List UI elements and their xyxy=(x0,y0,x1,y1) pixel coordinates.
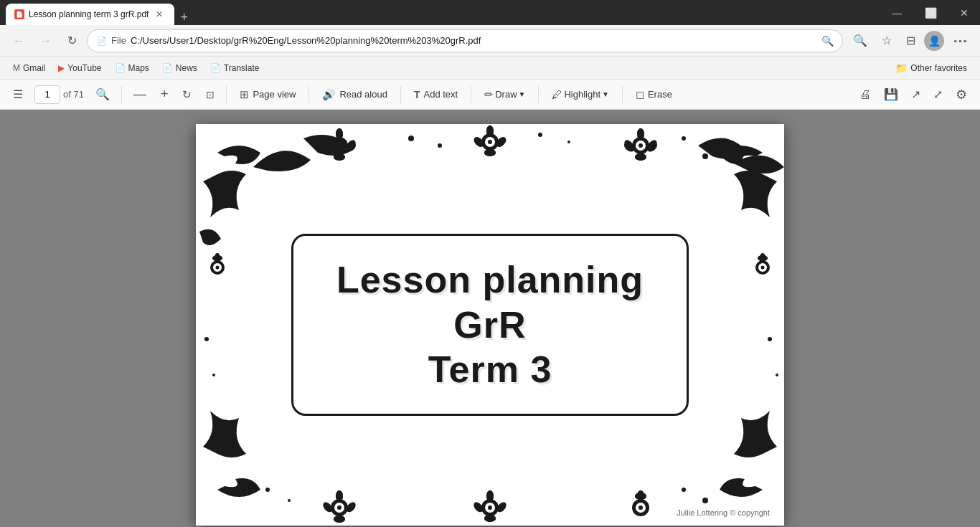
bookmarks-bar: M Gmail ▶ YouTube 📄 Maps 📄 News 📄 Transl… xyxy=(0,57,980,80)
folder-icon: 📁 xyxy=(895,62,908,74)
other-favorites-label: Other favorites xyxy=(910,63,967,73)
bookmark-gmail[interactable]: M Gmail xyxy=(7,60,51,76)
lesson-title-line1: Lesson planning xyxy=(336,257,644,302)
read-aloud-icon: 🔊 xyxy=(322,88,336,101)
rotate-button[interactable]: ↻ xyxy=(176,84,197,105)
more-button[interactable]: ⋯ xyxy=(947,28,973,54)
translate-icon: 📄 xyxy=(210,63,221,73)
page-total-label: of 71 xyxy=(63,89,84,100)
tab-title: Lesson planning term 3 grR.pdf xyxy=(29,9,149,19)
divider-2 xyxy=(226,86,227,103)
zoom-in-button[interactable]: + xyxy=(155,82,174,106)
refresh-button[interactable]: ↻ xyxy=(62,29,83,52)
svg-point-2 xyxy=(488,140,492,144)
draw-button[interactable]: ✏ Draw ▼ xyxy=(477,85,532,105)
youtube-icon: ▶ xyxy=(58,63,65,73)
highlight-button[interactable]: 🖊 Highlight ▼ xyxy=(545,85,616,104)
svg-point-10 xyxy=(486,125,494,137)
svg-point-87 xyxy=(702,498,708,503)
svg-point-78 xyxy=(682,136,686,141)
read-aloud-label: Read aloud xyxy=(339,89,387,100)
collections-button[interactable]: ⊟ xyxy=(900,29,921,52)
maps-icon: 📄 xyxy=(115,63,126,73)
page-view-button[interactable]: ⊞ Page view xyxy=(232,85,303,105)
save-button[interactable]: 💾 xyxy=(878,83,904,105)
bookmark-maps[interactable]: 📄 Maps xyxy=(109,60,155,76)
print-button[interactable]: 🖨 xyxy=(854,84,877,105)
close-button[interactable]: ✕ xyxy=(954,4,974,22)
tab-favicon: 📄 xyxy=(14,9,24,19)
back-button[interactable]: ← xyxy=(7,30,30,52)
expand-button[interactable]: ⤢ xyxy=(928,83,948,105)
svg-point-74 xyxy=(408,136,414,141)
sidebar-toggle-button[interactable]: ☰ xyxy=(7,83,29,105)
divider-1 xyxy=(121,86,122,103)
draw-icon: ✏ xyxy=(484,88,494,101)
maximize-button[interactable]: ⬜ xyxy=(919,4,943,22)
favorites-button[interactable]: ☆ xyxy=(876,29,897,52)
read-aloud-button[interactable]: 🔊 Read aloud xyxy=(315,85,395,105)
svg-point-62 xyxy=(635,493,646,500)
gmail-icon: M xyxy=(13,63,20,73)
bookmark-youtube-label: YouTube xyxy=(67,63,101,73)
svg-point-39 xyxy=(212,255,222,261)
svg-point-65 xyxy=(488,505,492,510)
bookmarks-right: 📁 Other favorites xyxy=(890,60,973,77)
bookmark-gmail-label: Gmail xyxy=(23,63,45,73)
pdf-search-button[interactable]: 🔍 xyxy=(90,83,116,105)
svg-point-29 xyxy=(635,153,646,161)
file-label: File xyxy=(111,35,126,46)
title-bar-left: 📄 Lesson planning term 3 grR.pdf ✕ + xyxy=(6,0,886,25)
erase-button[interactable]: ◻ Erase xyxy=(628,85,679,105)
profile-button[interactable]: 👤 xyxy=(924,31,944,51)
svg-point-58 xyxy=(639,505,643,510)
highlight-icon: 🖊 xyxy=(552,88,562,100)
tab-close-button[interactable]: ✕ xyxy=(153,8,166,21)
copyright-text: Jullie Lottering © copyright xyxy=(677,508,770,517)
page-view-icon: ⊞ xyxy=(240,88,249,101)
add-text-label: Add text xyxy=(423,89,458,100)
address-bar[interactable]: 📄 File C:/Users/User1/Desktop/grR%20Eng/… xyxy=(87,29,843,52)
search-button[interactable]: 🔍 xyxy=(847,29,873,52)
svg-point-35 xyxy=(216,266,220,270)
minimize-button[interactable]: — xyxy=(886,4,908,22)
highlight-arrow-icon: ▼ xyxy=(602,90,609,98)
pdf-settings-button[interactable]: ⚙ xyxy=(950,82,973,107)
pdf-toolbar: ☰ of 71 🔍 — + ↻ ⊡ ⊞ Page view 🔊 Read alo… xyxy=(0,80,980,110)
bookmark-youtube[interactable]: ▶ YouTube xyxy=(52,60,107,76)
news-icon: 📄 xyxy=(162,63,173,73)
other-favorites-button[interactable]: 📁 Other favorites xyxy=(890,60,973,77)
bookmark-maps-label: Maps xyxy=(128,63,149,73)
divider-6 xyxy=(538,86,539,103)
divider-3 xyxy=(308,86,309,103)
main-content: Lesson planning GrR Term 3 Jullie Lotter… xyxy=(0,110,980,527)
add-text-icon: T xyxy=(414,89,420,100)
page-number-input[interactable] xyxy=(34,85,60,104)
svg-point-83 xyxy=(776,374,778,376)
lesson-title-line3: Term 3 xyxy=(336,347,644,391)
svg-point-75 xyxy=(438,143,442,148)
title-bar-controls: — ⬜ ✕ xyxy=(886,4,974,22)
tab-strip: 📄 Lesson planning term 3 grR.pdf ✕ + xyxy=(6,0,194,25)
pdf-misc-buttons: 🖨 💾 ↗ ⤢ ⚙ xyxy=(854,82,973,107)
add-text-button[interactable]: T Add text xyxy=(407,85,465,104)
active-tab[interactable]: 📄 Lesson planning term 3 grR.pdf ✕ xyxy=(6,4,174,25)
svg-point-76 xyxy=(538,133,542,137)
svg-point-54 xyxy=(334,516,345,523)
forward-button[interactable]: → xyxy=(34,30,57,52)
svg-point-7 xyxy=(484,149,496,156)
draw-arrow-icon: ▼ xyxy=(519,90,526,98)
bookmark-news[interactable]: 📄 News xyxy=(156,60,203,76)
zoom-out-button[interactable]: — xyxy=(128,82,152,106)
share-button[interactable]: ↗ xyxy=(905,83,926,105)
new-tab-button[interactable]: + xyxy=(174,10,194,25)
svg-point-85 xyxy=(288,499,291,502)
bookmark-translate-label: Translate xyxy=(224,63,260,73)
erase-label: Erase xyxy=(648,89,672,100)
erase-icon: ◻ xyxy=(636,88,644,101)
svg-point-71 xyxy=(486,490,494,502)
fit-page-button[interactable]: ⊡ xyxy=(200,85,220,105)
bookmark-translate[interactable]: 📄 Translate xyxy=(204,60,265,76)
address-text: C:/Users/User1/Desktop/grR%20Eng/Lesson%… xyxy=(131,35,817,46)
svg-point-70 xyxy=(484,515,496,522)
